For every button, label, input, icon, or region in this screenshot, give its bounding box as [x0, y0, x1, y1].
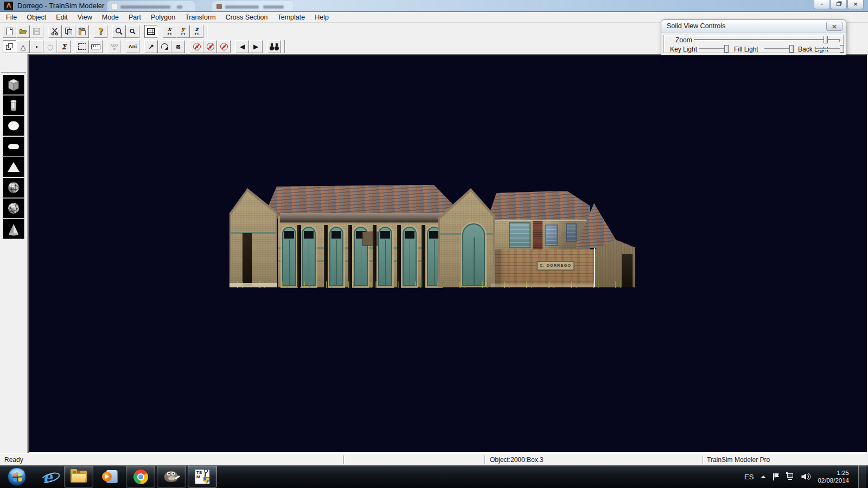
- menu-object[interactable]: Object: [22, 12, 51, 23]
- menu-template[interactable]: Template: [272, 12, 310, 23]
- circle-mode-button[interactable]: ○: [43, 40, 57, 53]
- pyramid-primitive-button[interactable]: [2, 157, 24, 177]
- y-axis-button[interactable]: y↔: [176, 25, 190, 38]
- open-file-button[interactable]: [16, 25, 30, 38]
- menu-view[interactable]: View: [73, 12, 97, 23]
- find-button[interactable]: [267, 40, 281, 53]
- zoom-slider[interactable]: [694, 36, 840, 43]
- paste-button[interactable]: [75, 25, 89, 38]
- lock-x-button[interactable]: x: [190, 40, 203, 53]
- tab-text-blur: [225, 5, 259, 9]
- slider-thumb[interactable]: [724, 45, 729, 53]
- taskbar-explorer-button[interactable]: [64, 466, 93, 487]
- help-button[interactable]: ?: [94, 25, 107, 38]
- new-file-button[interactable]: [3, 25, 16, 38]
- rotate-tool-button[interactable]: [158, 40, 171, 53]
- model-post: [422, 225, 425, 287]
- geosphere2-primitive-button[interactable]: [2, 198, 24, 219]
- copy-button[interactable]: [62, 25, 75, 38]
- cylinder-primitive-button[interactable]: [2, 95, 24, 115]
- language-indicator[interactable]: ES: [744, 473, 754, 481]
- taskbar-trainsim-button[interactable]: TSM: [188, 466, 217, 487]
- add-icon: ADD: [110, 44, 118, 50]
- menu-help[interactable]: Help: [310, 12, 334, 23]
- lock-z-button[interactable]: z: [217, 40, 231, 53]
- slider-thumb[interactable]: [789, 45, 794, 53]
- status-object: Object:2000:Box.3: [490, 456, 544, 464]
- slider-track[interactable]: [699, 48, 727, 49]
- ani-icon: Ani: [129, 44, 137, 49]
- slider-thumb[interactable]: [824, 36, 828, 43]
- cone-primitive-button[interactable]: [2, 219, 24, 239]
- model-door: [302, 227, 316, 286]
- key-light-slider[interactable]: [699, 45, 727, 53]
- animation-button[interactable]: Ani: [126, 40, 139, 53]
- add-button[interactable]: ADD: [107, 40, 121, 53]
- restore-button[interactable]: [831, 0, 847, 9]
- measure-button[interactable]: [89, 40, 103, 53]
- save-button[interactable]: [30, 25, 43, 38]
- lock-y-button[interactable]: y: [203, 40, 217, 53]
- orb-gloss: [10, 469, 24, 476]
- close-button[interactable]: ×: [847, 0, 864, 9]
- taskbar-gimp-button[interactable]: [157, 466, 186, 487]
- z-axis-button[interactable]: z↔: [190, 25, 203, 38]
- back-light-slider[interactable]: [815, 45, 843, 53]
- geosphere-primitive-button[interactable]: [2, 177, 24, 198]
- start-button[interactable]: [2, 466, 31, 487]
- menu-mode[interactable]: Mode: [97, 12, 124, 23]
- copy-icon: [64, 27, 73, 36]
- next-button[interactable]: ▶: [249, 40, 263, 53]
- action-center-flag-icon[interactable]: [773, 473, 779, 480]
- clone-boxes-icon: [5, 42, 14, 51]
- grid-toggle-button[interactable]: [144, 25, 158, 38]
- lock-z-icon: z: [220, 42, 228, 51]
- cylinder-icon: [5, 97, 22, 113]
- clone-mode-button[interactable]: [3, 40, 16, 53]
- sphere-primitive-button[interactable]: [2, 115, 24, 136]
- taskbar-media-player-button[interactable]: [95, 466, 124, 487]
- minimize-button[interactable]: –: [814, 0, 830, 9]
- menu-edit[interactable]: Edit: [51, 12, 73, 23]
- panel-title-bar[interactable]: Solid View Controls: [661, 20, 846, 33]
- menu-polygon[interactable]: Polygon: [146, 12, 180, 23]
- spline-mode-button[interactable]: Σ: [57, 40, 71, 53]
- network-icon[interactable]: [786, 473, 794, 480]
- zoom-out-button[interactable]: [126, 25, 139, 38]
- move-tool-button[interactable]: ↗: [144, 40, 158, 53]
- station-sign: C. DORREGO: [537, 261, 575, 271]
- viewport-3d[interactable]: C. DORREGO: [28, 54, 868, 453]
- lock-y-icon: y: [206, 42, 215, 51]
- menu-file[interactable]: File: [1, 12, 22, 23]
- marquee-select-button[interactable]: [75, 40, 89, 53]
- menu-transform[interactable]: Transform: [180, 12, 221, 23]
- fill-light-slider[interactable]: [764, 45, 793, 53]
- menu-cross-section[interactable]: Cross Section: [221, 12, 273, 23]
- hidden-icons-arrow[interactable]: [761, 473, 766, 478]
- model-gable-wall: [438, 182, 495, 287]
- previous-button[interactable]: ◀: [235, 40, 249, 53]
- taskbar-ie-button[interactable]: e: [33, 466, 62, 487]
- scale-tool-button[interactable]: ↔ ↔: [171, 40, 185, 53]
- magnifier-icon: [114, 27, 124, 36]
- menu-part[interactable]: Part: [124, 12, 146, 23]
- capsule-primitive-button[interactable]: [2, 136, 24, 157]
- volume-icon[interactable]: [801, 473, 810, 480]
- x-axis-button[interactable]: x↔: [163, 25, 176, 38]
- point-mode-button[interactable]: [30, 40, 43, 53]
- zoom-in-button[interactable]: [112, 25, 126, 38]
- app-icon[interactable]: Λ: [4, 2, 13, 10]
- slider-track[interactable]: [764, 48, 793, 49]
- slider-track[interactable]: [694, 39, 840, 40]
- status-app-name: TrainSim Modeler Pro: [707, 456, 770, 464]
- panel-close-button[interactable]: ×: [826, 22, 843, 31]
- cut-button[interactable]: [48, 25, 62, 38]
- clock[interactable]: 1:25 02/08/2014: [818, 469, 849, 484]
- slider-thumb[interactable]: [840, 45, 844, 53]
- show-desktop-button[interactable]: [858, 465, 866, 488]
- triangle-mode-button[interactable]: △: [16, 40, 30, 53]
- slider-track[interactable]: [815, 48, 843, 49]
- taskbar-chrome-button[interactable]: [126, 466, 155, 487]
- open-folder-icon: [18, 27, 28, 36]
- box-primitive-button[interactable]: [2, 74, 24, 95]
